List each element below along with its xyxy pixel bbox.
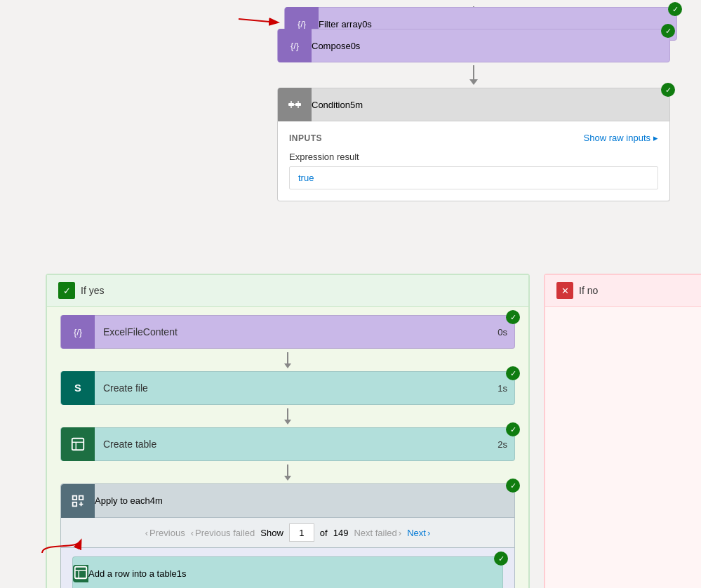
inputs-header: INPUTS Show raw inputs ▸ [289,133,658,143]
add-row-block[interactable]: Add a row into a table 1s ✓ [72,556,503,588]
arrow-table-apply [58,461,517,483]
condition-duration: 5m [350,100,363,110]
compose-icon: {/} [287,38,302,53]
of-label: of [320,528,328,538]
chevron-left-prev: ‹ [145,528,148,538]
condition-body: INPUTS Show raw inputs ▸ Expression resu… [277,121,670,201]
svg-text:S: S [74,382,81,394]
apply-to-each-block: Apply to each 4m ✓ ‹ Previous ‹ Previous… [60,483,515,588]
branch-yes-header: ✓ If yes [47,275,528,307]
compose-block[interactable]: {/} Compose 0s ✓ [277,29,670,62]
compose-icon-box: {/} [278,29,312,62]
pagination-bar: ‹ Previous ‹ Previous failed Show of 149… [61,518,514,548]
filter-array-label: Filter array [319,19,362,29]
chevron-right-next: › [427,528,430,538]
apply-each-header[interactable]: Apply to each 4m ✓ [61,484,514,518]
condition-icon [286,96,303,113]
apply-each-icon [70,493,86,509]
if-yes-label: If yes [81,285,104,296]
next-btn[interactable]: Next › [407,528,430,538]
branch-if-no: ✕ If no [544,274,701,588]
condition-icon-box [278,88,312,121]
add-row-icon [73,565,88,580]
create-file-duration: 1s [490,383,514,394]
excel-file-content-label: ExcelFileContent [95,326,490,338]
create-file-block[interactable]: S Create file 1s ✓ [60,371,515,405]
apply-each-label: Apply to each [95,495,150,506]
branch-no-header: ✕ If no [545,275,701,307]
create-file-icon: S [70,380,86,396]
next-failed-btn[interactable]: Next failed › [354,528,401,538]
condition-success-badge: ✓ [661,83,675,97]
inputs-label: INPUTS [289,133,322,143]
branch-if-yes: ✓ If yes {/} ExcelFileContent 0s ✓ [46,274,530,588]
excel-file-content-duration: 0s [490,327,514,338]
apply-each-badge: ✓ [506,479,520,493]
create-table-block[interactable]: Create table 2s ✓ [60,427,515,461]
create-file-icon-box: S [61,371,95,405]
excel-file-content-block[interactable]: {/} ExcelFileContent 0s ✓ [60,315,515,349]
create-table-label: Create table [95,439,490,450]
create-table-duration: 2s [490,439,514,450]
total-pages: 149 [333,528,349,538]
filter-array-container: {/} Filter array 0s ✓ {/} Compose 0s ✓ [277,4,670,201]
create-table-icon [70,436,86,452]
svg-text:{/}: {/} [74,327,83,338]
condition-header[interactable]: Condition 5m ✓ [277,88,670,121]
condition-outer: Condition 5m ✓ INPUTS Show raw inputs ▸ … [277,88,670,201]
svg-rect-11 [72,439,84,450]
chevron-right-next-failed: › [399,528,401,538]
filter-array-success-badge: ✓ [668,2,682,16]
prev-failed-btn[interactable]: ‹ Previous failed [191,528,255,538]
show-label: Show [260,528,283,538]
add-row-icon-box [73,565,88,582]
filter-array-duration: 0s [362,19,372,29]
page-input[interactable] [289,523,314,542]
apply-each-icon-box [61,484,95,518]
apply-each-body: Add a row into a table 1s ✓ [61,548,514,588]
show-raw-inputs-btn[interactable]: Show raw inputs ▸ [584,133,658,143]
svg-rect-14 [75,566,87,578]
branches-section: ✓ If yes {/} ExcelFileContent 0s ✓ [46,274,701,588]
add-row-label: Add a row into a table [88,568,177,579]
condition-label: Condition [312,100,350,110]
create-table-badge: ✓ [506,422,520,436]
svg-text:{/}: {/} [291,41,300,51]
svg-text:{/}: {/} [298,19,307,29]
expression-result-label: Expression result [289,152,658,162]
compose-duration: 0s [351,41,361,51]
arrow-create-file-table [58,405,517,427]
create-file-badge: ✓ [506,366,520,380]
excel-file-content-badge: ✓ [506,310,520,324]
expression-result-value: true [289,166,658,189]
arrow-compose-condition [277,62,670,88]
create-table-icon-box [61,427,95,461]
compose-success-badge: ✓ [661,24,675,38]
chevron-right-icon: ▸ [653,133,658,143]
add-row-duration: 1s [177,568,187,579]
no-x-icon: ✕ [556,282,573,299]
create-file-label: Create file [95,382,490,394]
excel-file-content-icon-box: {/} [61,315,95,349]
if-no-label: If no [579,285,598,296]
add-row-badge: ✓ [494,552,508,566]
prev-btn[interactable]: ‹ Previous [145,528,185,538]
yes-check-icon: ✓ [58,282,75,299]
main-canvas: { "flow": { "filter_array": { "label": "… [0,0,701,588]
excel-file-content-icon: {/} [70,324,86,340]
branch-yes-content: {/} ExcelFileContent 0s ✓ [47,307,528,588]
svg-line-0 [239,19,277,22]
apply-each-duration: 4m [150,495,163,506]
compose-label: Compose [312,41,351,51]
arrow-excel-create-file [58,349,517,371]
chevron-left-prev-failed: ‹ [191,528,194,538]
